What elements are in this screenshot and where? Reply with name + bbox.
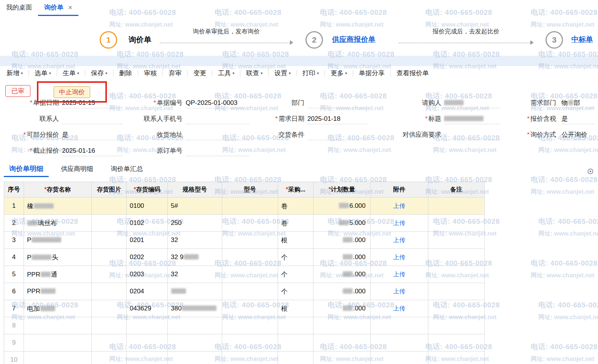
redacted-text [343, 254, 353, 260]
table-row[interactable]: 1橡01005#卷6.000上传 [4, 198, 485, 215]
cell-attachment: 上传 [371, 266, 428, 283]
halt-inquiry-button[interactable]: 中止询价 [54, 86, 90, 98]
status-badge-approved: 已审 [5, 85, 30, 97]
caret-down-icon: ▾ [345, 71, 347, 75]
toolbar-view-quotation-button[interactable]: 查看报价单 [391, 69, 434, 78]
row-number: 2 [4, 215, 24, 232]
cell-spec: 380 [168, 300, 222, 317]
toolbar-item-label: 查看报价单 [396, 69, 429, 78]
toolbar-approve-button[interactable]: 审核 [138, 69, 162, 78]
tab-label: 询价单 [44, 0, 64, 15]
table-row[interactable]: 10 [4, 351, 485, 364]
connector-2-line [399, 43, 533, 43]
toolbar-link-query-button[interactable]: 联查▾ [240, 69, 268, 78]
cell-name [24, 317, 92, 334]
table-row[interactable]: 4P头020232 9个.000上传 [4, 249, 485, 266]
toolbar-delete-button[interactable]: 删除 [113, 69, 138, 78]
table-row[interactable]: 7电加043629380根.000上传 [4, 300, 485, 317]
watermark-phone: 电话: 400-665-0028 [531, 175, 598, 185]
cell-model [222, 249, 278, 266]
caret-down-icon: ▾ [261, 71, 262, 75]
redacted-text [343, 288, 353, 294]
toolbar-share-doc-button[interactable]: 单据分享 [353, 69, 390, 78]
field-value-tax-included[interactable]: 是 [561, 114, 595, 124]
step-3-link[interactable]: 中标单 [571, 35, 593, 44]
toolbar-print-button[interactable]: 打印▾ [297, 69, 324, 78]
section-divider-band [0, 56, 598, 66]
cell-qty: .000 [313, 232, 371, 249]
cell-model [222, 266, 278, 283]
tab-inquiry-summary[interactable]: 询价单汇总 [105, 163, 148, 177]
upload-link[interactable]: 上传 [393, 271, 406, 277]
field-label-text: 截止报价 [33, 147, 59, 154]
toolbar-more-button[interactable]: 更多▾ [325, 69, 353, 78]
tab-inquiry-order[interactable]: 询价单 × [38, 0, 78, 16]
col-header: 备注 [428, 182, 485, 198]
cell-code: 0201 [127, 232, 168, 249]
cell-spec [168, 351, 222, 364]
caret-down-icon: ▾ [232, 71, 234, 75]
watermark-site: 网址: www.chanjet.net [531, 272, 598, 280]
toolbar-new-button[interactable]: 新增▾ [1, 69, 29, 78]
upload-link[interactable]: 上传 [393, 237, 406, 243]
close-icon[interactable]: × [68, 4, 72, 11]
field-value-original-order-no[interactable] [186, 146, 250, 156]
connector-1-text: 询价单审批后，发布询价 [175, 28, 278, 36]
toolbar-select-doc-button[interactable]: 选单▾ [29, 69, 57, 78]
field-value-inquiry-method[interactable]: 公开询价 [561, 130, 595, 140]
tab-supplier-detail[interactable]: 供应商明细 [56, 163, 99, 177]
cell-unit: 个 [278, 249, 313, 266]
table-row[interactable]: 2璃丝布0102250卷5.000上传 [4, 215, 485, 232]
cell-note [428, 317, 485, 334]
toolbar-generate-doc-button[interactable]: 生单▾ [57, 69, 85, 78]
cell-image [92, 266, 127, 283]
step-2-link[interactable]: 供应商报价单 [332, 35, 375, 44]
items-table: 序号*存货名称存货图片*存货编码规格型号型号*采购...*计划数量附件备注1橡0… [4, 182, 485, 364]
cell-name: PPR通 [24, 266, 92, 283]
step-3-circle: 3 [546, 31, 563, 49]
cell-attachment: 上传 [371, 249, 428, 266]
cell-unit: 根 [278, 300, 313, 317]
cell-note [428, 300, 485, 317]
col-header: 存货图片 [92, 182, 127, 198]
cell-code [127, 334, 168, 351]
cell-attachment [371, 351, 428, 364]
redacted-text [339, 203, 349, 208]
field-label-text: 标题 [428, 115, 441, 122]
cell-image [92, 334, 127, 351]
cell-note [428, 249, 485, 266]
upload-link[interactable]: 上传 [393, 254, 406, 260]
table-row[interactable]: 5PPR通020332个.000上传 [4, 266, 485, 283]
toolbar-settings-button[interactable]: 设置▾ [269, 69, 296, 78]
watermark-text: 电话: 400-665-0028网址: www.chanjet.net [531, 342, 598, 363]
upload-link[interactable]: 上传 [393, 203, 406, 209]
field-label-text: 报价含税 [530, 115, 556, 122]
tab-my-desktop[interactable]: 我的桌面 [0, 0, 38, 16]
cell-unit: 个 [278, 283, 313, 300]
cell-name [24, 334, 92, 351]
arrow-right-icon [290, 40, 293, 45]
toolbar-item-label: 审核 [144, 69, 157, 78]
redacted-text [41, 288, 56, 294]
redacted-text [34, 203, 54, 209]
cell-qty: 6.000 [313, 198, 371, 215]
toolbar-unapprove-button[interactable]: 弃审 [163, 69, 187, 78]
upload-link[interactable]: 上传 [393, 288, 406, 294]
cell-code [127, 317, 168, 334]
locate-icon[interactable] [587, 168, 594, 175]
table-row[interactable]: 6PPR0204个.000上传 [4, 283, 485, 300]
detail-tabs: 询价单明细供应商明细询价单汇总 [0, 163, 155, 177]
cell-image [92, 317, 127, 334]
toolbar-change-button[interactable]: 变更 [188, 69, 212, 78]
toolbar-tools-button[interactable]: 工具▾ [212, 69, 240, 78]
table-row[interactable]: 9 [4, 334, 485, 351]
upload-link[interactable]: 上传 [393, 220, 406, 226]
toolbar-save-button[interactable]: 保存▾ [85, 69, 113, 78]
row-number: 4 [4, 249, 24, 266]
table-row[interactable]: 3P020132根.000上传 [4, 232, 485, 249]
table-row[interactable]: 8 [4, 317, 485, 334]
field-label-contact-phone: 联系人手机号 [84, 114, 183, 124]
toolbar-item-label: 弃审 [169, 69, 181, 78]
tab-inquiry-detail[interactable]: 询价单明细 [4, 163, 49, 177]
upload-link[interactable]: 上传 [393, 305, 406, 312]
